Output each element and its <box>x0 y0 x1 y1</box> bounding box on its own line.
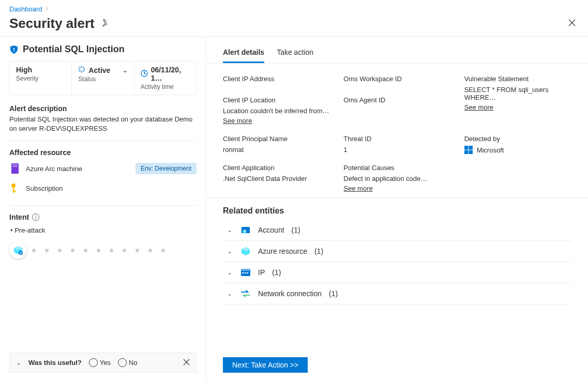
field-threat-id: Threat ID 1 <box>343 135 450 154</box>
svg-rect-33 <box>247 272 248 273</box>
status-value: Active <box>88 66 110 74</box>
svg-point-0 <box>13 48 14 49</box>
intent-timeline <box>9 241 197 259</box>
microsoft-logo-icon <box>464 146 473 154</box>
left-panel: Potential SQL Injection High Severity Ac… <box>0 37 206 382</box>
entity-label: Account <box>258 226 284 234</box>
intent-heading: Intent <box>9 213 29 221</box>
related-entities-heading: Related entities <box>223 206 571 216</box>
tab-alert-details[interactable]: Alert details <box>223 48 264 63</box>
field-vulnerable-statement: Vulnerable Statement SELECT * FROM sqli_… <box>464 75 571 125</box>
close-icon[interactable] <box>183 359 190 367</box>
field-value: 1 <box>343 146 450 154</box>
chevron-down-icon: ⌄ <box>226 290 233 297</box>
breadcrumb: Dashboard 〉 <box>0 0 588 13</box>
entity-count: (1) <box>292 226 300 234</box>
field-client-application: Client Application .Net SqlClient Data P… <box>223 164 330 192</box>
field-label: Potential Causes <box>343 164 450 172</box>
subscription-row[interactable]: Subscription <box>9 178 197 198</box>
chevron-down-icon[interactable]: ⌄ <box>16 359 21 366</box>
feedback-no[interactable]: No <box>118 358 138 367</box>
field-value: Defect in application code… <box>343 175 450 182</box>
field-client-ip-address: Client IP Address <box>223 75 330 86</box>
pin-icon[interactable] <box>101 19 109 29</box>
feedback-bar: ⌄ Was this useful? Yes No <box>9 353 197 373</box>
svg-rect-12 <box>12 164 18 165</box>
svg-rect-13 <box>12 166 18 167</box>
affected-heading: Affected resource <box>9 148 197 157</box>
field-label: Client Principal Name <box>223 135 330 143</box>
chevron-down-icon: ⌄ <box>226 226 233 234</box>
svg-rect-22 <box>464 150 469 155</box>
field-label: Client Application <box>223 164 330 172</box>
activity-time-value: 06/11/20, 1… <box>151 66 190 82</box>
key-icon <box>9 182 21 194</box>
svg-rect-32 <box>245 272 246 273</box>
svg-line-6 <box>80 67 80 68</box>
shield-icon <box>9 45 19 54</box>
status-cell[interactable]: Active ⌄ Status <box>72 62 134 95</box>
azure-resource-icon <box>240 246 251 256</box>
svg-rect-20 <box>464 146 469 150</box>
chevron-down-icon[interactable]: ⌄ <box>123 67 128 74</box>
feedback-question: Was this useful? <box>28 359 82 366</box>
field-label: Oms Agent ID <box>343 96 450 104</box>
tab-take-action[interactable]: Take action <box>277 48 313 63</box>
entity-count: (1) <box>272 268 281 277</box>
severity-label: Severity <box>16 75 65 82</box>
account-icon <box>240 225 251 235</box>
svg-rect-30 <box>241 269 250 271</box>
field-client-principal-name: Client Principal Name ronmat <box>223 135 330 154</box>
clock-icon <box>141 70 148 79</box>
affected-resource-name: Azure Arc machine <box>26 165 82 173</box>
close-icon[interactable] <box>565 15 579 32</box>
alert-details-grid: Client IP Address Oms Workspace ID Vulne… <box>206 64 588 198</box>
field-label: Vulnerable Statement <box>464 75 571 83</box>
next-take-action-button[interactable]: Next: Take Action >> <box>223 357 308 373</box>
activity-time-label: Activity time <box>141 83 190 90</box>
field-label: Oms Workspace ID <box>343 75 450 83</box>
title-bar: Security alert <box>0 13 588 36</box>
svg-rect-16 <box>13 191 16 192</box>
entity-label: Network connection <box>258 289 322 298</box>
field-detected-by: Detected by Microsoft <box>464 135 571 192</box>
chevron-down-icon: ⌄ <box>226 269 233 276</box>
chevron-right-icon: 〉 <box>46 5 51 13</box>
entity-row-account[interactable]: ⌄ Account (1) <box>223 220 571 241</box>
field-label: Detected by <box>464 135 571 143</box>
feedback-no-label: No <box>129 359 138 366</box>
feedback-yes[interactable]: Yes <box>89 358 111 367</box>
feedback-yes-label: Yes <box>100 359 111 366</box>
field-label: Client IP Location <box>223 96 330 104</box>
see-more-link[interactable]: See more <box>343 185 372 192</box>
field-value: SELECT * FROM sqli_users WHERE… <box>464 86 571 101</box>
field-label: Threat ID <box>343 135 450 143</box>
entity-count: (1) <box>314 247 323 255</box>
svg-line-8 <box>83 67 84 68</box>
field-value: Microsoft <box>477 146 504 154</box>
timeline-node-icon <box>9 241 27 259</box>
alert-title: Potential SQL Injection <box>23 44 125 55</box>
activity-time-cell: 06/11/20, 1… Activity time <box>134 62 196 95</box>
entity-label: IP <box>258 268 265 277</box>
spinner-icon <box>78 66 85 74</box>
info-icon[interactable]: i <box>32 213 39 221</box>
svg-point-26 <box>244 230 245 231</box>
affected-resource-row[interactable]: Azure Arc machine Env: Development <box>9 159 197 178</box>
see-more-link[interactable]: See more <box>464 103 493 111</box>
field-potential-causes: Potential Causes Defect in application c… <box>343 164 450 192</box>
field-value: .Net SqlClient Data Provider <box>223 175 330 182</box>
entity-count: (1) <box>329 289 338 298</box>
breadcrumb-root[interactable]: Dashboard <box>9 5 42 13</box>
field-value: ronmat <box>223 146 330 154</box>
severity-value: High <box>16 66 65 74</box>
see-more-link[interactable]: See more <box>223 117 252 125</box>
field-oms-agent-id: Oms Agent ID <box>343 96 450 125</box>
network-connection-icon <box>240 288 251 299</box>
entity-row-network-connection[interactable]: ⌄ Network connection (1) <box>223 283 571 304</box>
server-icon <box>9 163 21 174</box>
subscription-label: Subscription <box>26 185 63 192</box>
entity-row-ip[interactable]: ⌄ IP (1) <box>223 262 571 283</box>
svg-rect-21 <box>469 146 473 150</box>
entity-row-azure-resource[interactable]: ⌄ Azure resource (1) <box>223 241 571 262</box>
